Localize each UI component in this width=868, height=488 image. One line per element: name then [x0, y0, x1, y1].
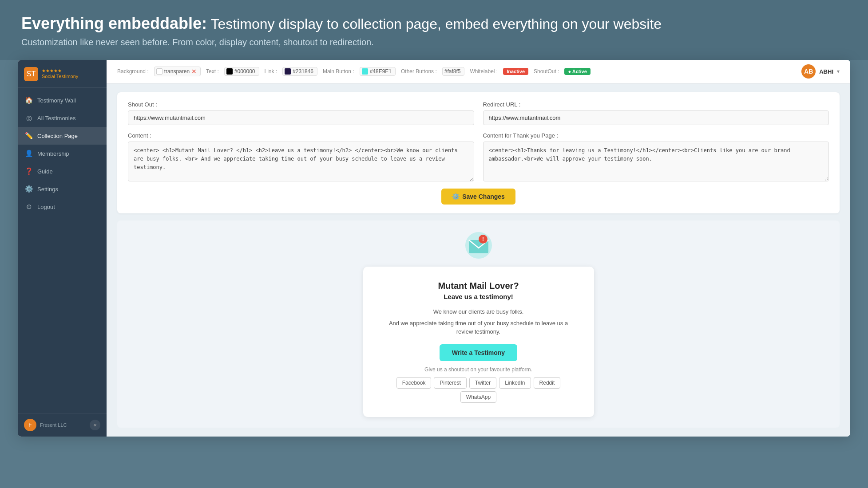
- whatsapp-button[interactable]: WhatsApp: [460, 391, 496, 403]
- main-button-swatch: #48E9E1: [360, 67, 396, 76]
- content-row: Content : <center> <h1>Mutant Mail Lover…: [128, 132, 829, 181]
- main-button-color-dot: [362, 68, 368, 75]
- preview-text2: And we appreciate taking time out of you…: [381, 319, 576, 336]
- text-color-dot: [226, 68, 233, 75]
- guide-icon: ❓: [25, 167, 33, 175]
- page-header: Everything embeddable: Testimony display…: [0, 0, 868, 60]
- main-button-label: Main Button :: [323, 68, 354, 75]
- logo-icon: ST: [24, 67, 38, 81]
- background-swatch: transparen ✕: [154, 67, 201, 76]
- header-title-bold: Everything embeddable:: [21, 14, 207, 32]
- shoutout-status-value: Active: [572, 69, 587, 74]
- shoutout-input[interactable]: [128, 110, 474, 125]
- preview-section: ! Mutant Mail Lover? Leave us a testimon…: [117, 220, 840, 428]
- sidebar-item-all-testimonies[interactable]: ◎ All Testimonies: [18, 109, 107, 127]
- user-name-topbar: ABHI: [819, 68, 833, 75]
- linkedin-button[interactable]: LinkedIn: [499, 377, 531, 389]
- write-testimony-button[interactable]: Write a Testimony: [440, 344, 517, 361]
- other-buttons-color-value: #faf8f5: [444, 68, 461, 75]
- content-textarea[interactable]: <center> <h1>Mutant Mail Lover? </h1> <h…: [128, 142, 474, 181]
- link-swatch: #231846: [282, 67, 317, 76]
- redirect-input[interactable]: [483, 110, 829, 125]
- url-row: Shout Out : Redirect URL :: [128, 101, 829, 125]
- shoutout-status-badge: ● Active: [564, 68, 590, 75]
- sidebar-nav: 🏠 Testimony Wall ◎ All Testimonies ✏️ Co…: [18, 88, 107, 413]
- other-buttons-swatch: #faf8f5: [442, 67, 465, 76]
- header-title: Everything embeddable: Testimony display…: [21, 14, 847, 33]
- logo-name: Social Testimony: [42, 74, 78, 79]
- logout-icon: ⊙: [25, 203, 33, 211]
- home-icon: 🏠: [25, 96, 33, 104]
- footer-avatar: F: [24, 419, 36, 431]
- sidebar-footer: F Fresent LLC «: [18, 413, 107, 437]
- save-changes-button[interactable]: ⚙️ Save Changes: [441, 189, 515, 205]
- thankyou-content-label: Content for Thank you Page :: [483, 132, 829, 139]
- link-color-value: #231846: [293, 68, 313, 75]
- header-title-normal: Testimony display to collection page, em…: [207, 16, 662, 32]
- social-buttons-row: Facebook Pinterest Twitter LinkedIn Redd…: [381, 377, 576, 403]
- preview-text1: We know our clients are busy folks.: [381, 307, 576, 316]
- content-group: Content : <center> <h1>Mutant Mail Lover…: [128, 132, 474, 181]
- form-card: Shout Out : Redirect URL : Content : <ce…: [117, 92, 840, 213]
- preview-card: Mutant Mail Lover? Leave us a testimony!…: [363, 267, 594, 417]
- edit-icon: ✏️: [25, 132, 33, 140]
- nav-label-collection-page: Collection Page: [37, 133, 78, 139]
- background-value: transparen: [164, 68, 190, 75]
- whitelabel-status-badge: Inactive: [503, 68, 528, 75]
- other-buttons-label: Other Buttons :: [401, 68, 437, 75]
- logo-text: ★★★★★ Social Testimony: [42, 68, 78, 79]
- redirect-label-field: Redirect URL :: [483, 101, 829, 108]
- main-button-color-value: #48E9E1: [370, 68, 392, 75]
- shoutout-label-field: Shout Out :: [128, 101, 474, 108]
- nav-label-all-testimonies: All Testimonies: [37, 115, 75, 122]
- content-label-field: Content :: [128, 132, 474, 139]
- settings-icon: ⚙️: [25, 185, 33, 193]
- sidebar-item-guide[interactable]: ❓ Guide: [18, 162, 107, 180]
- user-dropdown-icon[interactable]: ▾: [837, 68, 840, 75]
- preview-subtitle: Leave us a testimony!: [381, 293, 576, 300]
- nav-label-testimony-wall: Testimony Wall: [37, 97, 76, 104]
- nav-label-membership: Membership: [37, 150, 69, 157]
- background-color-dot: [156, 68, 163, 75]
- active-dot: ●: [568, 69, 572, 74]
- nav-label-guide: Guide: [37, 168, 53, 175]
- sidebar-item-membership[interactable]: 👤 Membership: [18, 145, 107, 162]
- link-color-dot: [285, 68, 291, 75]
- footer-text: Fresent LLC: [40, 422, 67, 428]
- sidebar-item-settings[interactable]: ⚙️ Settings: [18, 180, 107, 198]
- text-swatch: #000000: [224, 67, 259, 76]
- facebook-button[interactable]: Facebook: [396, 377, 432, 389]
- user-avatar-topbar: AB: [801, 64, 816, 79]
- sidebar: ST ★★★★★ Social Testimony 🏠 Testimony Wa…: [18, 60, 107, 437]
- twitter-button[interactable]: Twitter: [469, 377, 496, 389]
- save-icon: ⚙️: [452, 193, 460, 200]
- header-subtitle: Customization like never seen before. Fr…: [21, 37, 847, 47]
- reddit-button[interactable]: Reddit: [534, 377, 561, 389]
- content-area: Shout Out : Redirect URL : Content : <ce…: [107, 83, 850, 437]
- topbar: Background : transparen ✕ Text : #000000…: [107, 60, 850, 83]
- list-icon: ◎: [25, 114, 33, 122]
- sidebar-item-logout[interactable]: ⊙ Logout: [18, 198, 107, 216]
- shoutout-label: ShoutOut :: [534, 68, 559, 75]
- sidebar-item-testimony-wall[interactable]: 🏠 Testimony Wall: [18, 91, 107, 109]
- text-label: Text :: [206, 68, 219, 75]
- background-remove-icon[interactable]: ✕: [191, 68, 197, 75]
- main-content: Background : transparen ✕ Text : #000000…: [107, 60, 850, 437]
- text-color-value: #000000: [234, 68, 255, 75]
- whitelabel-label: Whitelabel :: [470, 68, 498, 75]
- sidebar-item-collection-page[interactable]: ✏️ Collection Page: [18, 127, 107, 145]
- app-window: ST ★★★★★ Social Testimony 🏠 Testimony Wa…: [18, 60, 850, 437]
- sidebar-logo: ST ★★★★★ Social Testimony: [18, 60, 107, 88]
- pinterest-button[interactable]: Pinterest: [434, 377, 466, 389]
- logo-stars: ★★★★★: [42, 68, 78, 74]
- background-label: Background :: [117, 68, 149, 75]
- shoutout-group: Shout Out :: [128, 101, 474, 125]
- nav-label-settings: Settings: [37, 186, 58, 193]
- thankyou-content-group: Content for Thank you Page : <center><h1…: [483, 132, 829, 181]
- preview-shoutout-text: Give us a shoutout on your favourite pla…: [381, 366, 576, 373]
- save-label: Save Changes: [462, 193, 505, 200]
- nav-label-logout: Logout: [37, 204, 55, 210]
- sidebar-collapse-button[interactable]: «: [90, 420, 100, 430]
- svg-text:!: !: [482, 236, 484, 242]
- thankyou-content-textarea[interactable]: <center><h1>Thanks for leaving us a Test…: [483, 142, 829, 181]
